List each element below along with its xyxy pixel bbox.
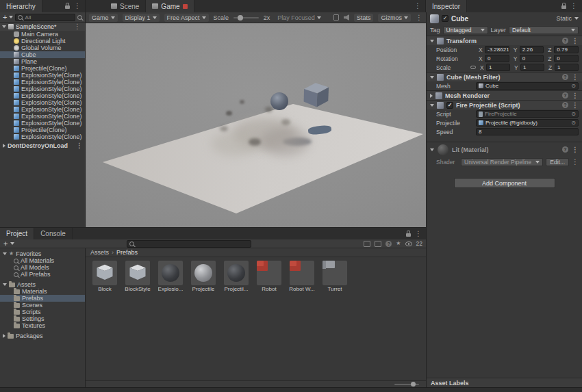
shader-menu-icon[interactable]: ⋮ bbox=[572, 159, 579, 166]
hierarchy-item[interactable]: Projectile(Clone) bbox=[0, 127, 85, 133]
component-menu-icon[interactable]: ⋮ bbox=[572, 92, 579, 99]
scene-menu-icon[interactable]: ⋮ bbox=[74, 23, 83, 30]
hierarchy-item[interactable]: Plane bbox=[0, 58, 85, 65]
tab-game[interactable]: Game bbox=[146, 0, 194, 12]
rotation-x-field[interactable]: 0 bbox=[485, 55, 509, 62]
folder-item[interactable]: Scenes bbox=[0, 302, 85, 309]
scene-header-row[interactable]: SampleScene* ⋮ bbox=[0, 23, 85, 31]
hierarchy-item[interactable]: Global Volume bbox=[0, 44, 85, 51]
material-menu-icon[interactable]: ⋮ bbox=[572, 146, 579, 153]
help-icon[interactable]: ? bbox=[562, 146, 568, 153]
help-icon[interactable]: ? bbox=[562, 92, 568, 99]
hierarchy-item[interactable]: Directional Light bbox=[0, 38, 85, 44]
component-menu-icon[interactable]: ⋮ bbox=[572, 38, 579, 44]
tab-hierarchy[interactable]: Hierarchy bbox=[0, 0, 42, 12]
script-object-field[interactable]: FireProjectile ⊙ bbox=[476, 110, 579, 118]
create-dropdown-icon[interactable] bbox=[10, 242, 14, 245]
component-menu-icon[interactable]: ⋮ bbox=[572, 102, 579, 109]
favorite-item[interactable]: All Prefabs bbox=[0, 271, 85, 278]
panel-menu-icon[interactable]: ⋮ bbox=[414, 3, 421, 10]
foldout-open-icon[interactable] bbox=[430, 104, 434, 107]
info-icon[interactable]: ? bbox=[385, 241, 392, 247]
projectile-object-field[interactable]: Projectile (Rigidbody) ⊙ bbox=[476, 119, 579, 127]
create-button[interactable]: + bbox=[3, 14, 7, 21]
foldout-open-icon[interactable] bbox=[430, 40, 434, 42]
shader-edit-button[interactable]: Edit... bbox=[546, 158, 569, 166]
stats-button[interactable]: Stats bbox=[354, 14, 374, 22]
hierarchy-filter-icon[interactable] bbox=[77, 15, 82, 20]
tab-scene[interactable]: Scene bbox=[105, 0, 146, 12]
component-enabled-checkbox[interactable]: ✓ bbox=[446, 102, 453, 109]
rotation-z-field[interactable]: 0 bbox=[554, 55, 579, 62]
position-y-field[interactable]: 2.26 bbox=[520, 46, 544, 53]
panel-menu-icon[interactable]: ⋮ bbox=[570, 3, 577, 10]
game-view-dropdown[interactable]: Game bbox=[89, 14, 118, 22]
static-dropdown-icon[interactable] bbox=[574, 17, 579, 20]
asset-item[interactable]: Explosio... bbox=[157, 261, 184, 292]
object-picker-icon[interactable]: ⊙ bbox=[571, 112, 576, 117]
rotation-y-field[interactable]: 0 bbox=[520, 55, 544, 62]
tab-inspector[interactable]: Inspector bbox=[426, 0, 467, 12]
thumbnail-size-slider[interactable] bbox=[394, 384, 419, 385]
asset-labels-bar[interactable]: Asset Labels bbox=[427, 378, 582, 387]
display-dropdown[interactable]: Display 1 bbox=[123, 14, 160, 22]
game-viewport[interactable] bbox=[86, 23, 426, 227]
foldout-open-icon[interactable] bbox=[2, 25, 6, 28]
create-asset-button[interactable]: + bbox=[3, 240, 8, 248]
hierarchy-item[interactable]: ExplosionStyle(Clone) bbox=[0, 99, 85, 106]
material-header[interactable]: Lit (Material) ? ⋮ bbox=[427, 142, 582, 157]
help-icon[interactable]: ? bbox=[562, 74, 568, 80]
scale-slider-knob[interactable] bbox=[238, 15, 243, 21]
layer-dropdown[interactable]: Default bbox=[509, 26, 579, 34]
foldout-open-icon[interactable] bbox=[430, 148, 434, 151]
hierarchy-item[interactable]: ExplosionStyle(Clone) bbox=[0, 120, 85, 127]
constrain-proportions-icon[interactable] bbox=[470, 66, 476, 69]
breadcrumb-root[interactable]: Assets bbox=[90, 249, 109, 256]
toolbar-menu-icon[interactable]: ⋮ bbox=[416, 14, 422, 21]
speed-field[interactable]: 8 bbox=[476, 128, 579, 135]
help-icon[interactable]: ? bbox=[562, 102, 568, 108]
dont-destroy-on-load-row[interactable]: DontDestroyOnLoad ⋮ bbox=[0, 142, 85, 150]
active-checkbox[interactable]: ✓ bbox=[442, 15, 448, 22]
asset-item[interactable]: Robot bbox=[255, 261, 283, 292]
foldout-closed-icon[interactable] bbox=[3, 334, 5, 338]
search-by-label-icon[interactable] bbox=[375, 241, 381, 247]
project-search-input[interactable] bbox=[127, 240, 251, 248]
foldout-closed-icon[interactable] bbox=[3, 144, 5, 148]
hidden-count-eye-icon[interactable] bbox=[405, 241, 412, 246]
hierarchy-item[interactable]: ExplosionStyle(Clone) bbox=[0, 79, 85, 86]
foldout-open-icon[interactable] bbox=[3, 252, 7, 255]
shader-dropdown[interactable]: Universal Render Pipeline bbox=[461, 158, 543, 166]
thumbnail-size-knob[interactable] bbox=[411, 382, 416, 387]
asset-item[interactable]: Projectil... bbox=[223, 261, 250, 292]
hierarchy-item-selected[interactable]: Cube bbox=[0, 51, 85, 58]
favorite-item[interactable]: All Materials bbox=[0, 257, 85, 264]
foldout-closed-icon[interactable] bbox=[430, 94, 433, 98]
lock-icon[interactable] bbox=[65, 5, 70, 9]
hierarchy-item[interactable]: ExplosionStyle(Clone) bbox=[0, 106, 85, 113]
hierarchy-item[interactable]: ExplosionStyle(Clone) bbox=[0, 113, 85, 120]
position-x-field[interactable]: -3.28621 bbox=[485, 46, 509, 53]
scale-z-field[interactable]: 1 bbox=[555, 64, 579, 71]
asset-item[interactable]: BlockStyle bbox=[124, 261, 151, 292]
assets-header[interactable]: Assets bbox=[0, 281, 85, 288]
aspect-dropdown[interactable]: Free Aspect bbox=[164, 14, 209, 22]
lock-icon[interactable] bbox=[406, 233, 411, 237]
folder-item-selected[interactable]: Prefabs bbox=[0, 295, 85, 302]
fire-projectile-component-header[interactable]: ✓ Fire Projectile (Script) ? ⋮ bbox=[427, 100, 582, 109]
favorites-header[interactable]: ★ Favorites bbox=[0, 250, 85, 257]
folder-item[interactable]: Scripts bbox=[0, 309, 85, 315]
object-name-field[interactable]: Cube bbox=[451, 15, 468, 23]
play-focused-dropdown[interactable]: Play Focused bbox=[275, 14, 324, 22]
help-icon[interactable]: ? bbox=[562, 38, 568, 44]
scale-y-field[interactable]: 1 bbox=[520, 64, 544, 71]
transform-component-header[interactable]: Transform ? ⋮ bbox=[427, 36, 582, 45]
search-by-type-icon[interactable] bbox=[364, 241, 370, 247]
panel-menu-icon[interactable]: ⋮ bbox=[415, 231, 422, 237]
hierarchy-item[interactable]: Projectile(Clone) bbox=[0, 65, 85, 72]
foldout-open-icon[interactable] bbox=[3, 283, 7, 286]
tab-project[interactable]: Project bbox=[0, 228, 34, 239]
create-dropdown-icon[interactable] bbox=[9, 16, 13, 18]
scale-x-field[interactable]: 1 bbox=[486, 64, 510, 71]
gizmos-dropdown[interactable]: Gizmos bbox=[378, 14, 411, 22]
